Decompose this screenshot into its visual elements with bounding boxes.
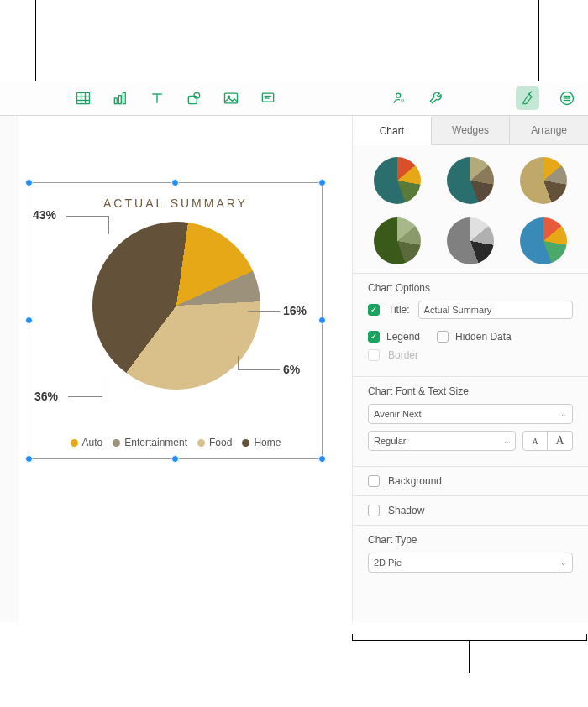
title-checkbox[interactable] (368, 304, 380, 316)
resize-handle[interactable] (171, 179, 179, 186)
shadow-checkbox[interactable] (368, 505, 380, 516)
text-icon[interactable] (148, 89, 166, 107)
svg-rect-6 (118, 96, 121, 104)
resize-handle[interactable] (25, 455, 33, 463)
chart-selection[interactable]: ACTUAL SUMMARY 43% 16% 6% 36% Auto (29, 182, 323, 459)
border-checkbox (368, 349, 380, 361)
resize-handle[interactable] (318, 455, 326, 463)
chart-style-thumb[interactable] (447, 217, 494, 264)
legend-item-home: Home (242, 437, 281, 448)
svg-rect-5 (114, 98, 117, 104)
chart-type-section: Chart Type 2D Pie⌄ (353, 525, 588, 581)
background-label: Background (388, 475, 442, 487)
background-section: Background (353, 466, 588, 495)
svg-point-17 (396, 93, 401, 97)
resize-handle[interactable] (171, 455, 179, 463)
app-window: ACTUAL SUMMARY 43% 16% 6% 36% Auto (0, 81, 588, 622)
font-smaller-button[interactable]: A (522, 431, 548, 451)
legend-label: Legend (386, 331, 420, 343)
resize-handle[interactable] (25, 317, 33, 324)
chart-style-thumb[interactable] (520, 157, 567, 204)
shadow-label: Shadow (388, 505, 424, 516)
chart-style-thumb[interactable] (374, 157, 421, 204)
format-icon[interactable] (516, 86, 539, 110)
shape-icon[interactable] (185, 89, 203, 107)
more-icon[interactable] (558, 89, 576, 107)
chart-style-thumb[interactable] (447, 157, 494, 204)
bar-chart-icon[interactable] (111, 89, 129, 107)
canvas[interactable]: ACTUAL SUMMARY 43% 16% 6% 36% Auto (0, 116, 353, 622)
sidebar-tabs: Chart Wedges Arrange (353, 116, 588, 145)
svg-rect-7 (123, 92, 125, 103)
wrench-icon[interactable] (427, 89, 445, 107)
legend-item-food: Food (197, 437, 232, 448)
section-heading: Chart Options (368, 282, 573, 294)
section-heading: Chart Font & Text Size (368, 385, 573, 397)
toolbar (0, 81, 588, 116)
resize-handle[interactable] (318, 317, 326, 324)
pie-graphic (81, 211, 271, 401)
data-label-auto: 16% (283, 304, 307, 317)
pie-chart: ACTUAL SUMMARY 43% 16% 6% 36% Auto (29, 183, 322, 458)
data-label-food: 36% (34, 390, 58, 403)
chevron-down-icon: ⌄ (503, 437, 510, 445)
table-icon[interactable] (74, 89, 92, 107)
chart-title: ACTUAL SUMMARY (29, 196, 322, 210)
resize-handle[interactable] (318, 179, 326, 186)
font-larger-button[interactable]: A (548, 431, 573, 451)
background-checkbox[interactable] (368, 475, 380, 487)
chart-legend: Auto Entertainment Food Home (29, 437, 322, 448)
doc-edge (0, 116, 18, 622)
shadow-section: Shadow (353, 495, 588, 525)
svg-rect-12 (225, 93, 238, 103)
title-input[interactable] (418, 301, 573, 319)
section-heading: Chart Type (368, 534, 573, 546)
chart-style-thumb[interactable] (520, 217, 567, 264)
chart-style-thumb[interactable] (374, 217, 421, 264)
image-icon[interactable] (222, 89, 240, 107)
chevron-down-icon: ⌄ (560, 558, 567, 567)
data-label-home: 43% (33, 208, 56, 222)
resize-handle[interactable] (25, 179, 33, 186)
hidden-data-checkbox[interactable] (437, 331, 449, 343)
collaborate-icon[interactable] (390, 89, 408, 107)
data-label-ent: 6% (283, 363, 300, 376)
tab-chart[interactable]: Chart (353, 117, 432, 145)
legend-item-auto: Auto (71, 437, 103, 448)
format-sidebar: Chart Wedges Arrange Chart Options Title… (353, 116, 588, 622)
legend-checkbox[interactable] (368, 331, 380, 343)
chart-options-section: Chart Options Title: Legend Hidden Data (353, 273, 588, 376)
chevron-down-icon: ⌄ (560, 410, 567, 418)
comment-icon[interactable] (259, 89, 277, 107)
tab-arrange[interactable]: Arrange (510, 116, 588, 144)
hidden-data-label: Hidden Data (455, 331, 512, 343)
font-weight-select[interactable]: Regular⌄ (368, 431, 516, 451)
chart-type-select[interactable]: 2D Pie⌄ (368, 553, 573, 573)
legend-item-ent: Entertainment (113, 437, 187, 448)
svg-rect-0 (77, 92, 90, 103)
border-label: Border (388, 349, 418, 361)
title-label: Title: (388, 304, 410, 316)
font-section: Chart Font & Text Size Avenir Next⌄ Regu… (353, 376, 588, 466)
svg-rect-14 (262, 93, 273, 102)
tab-wedges[interactable]: Wedges (432, 116, 511, 144)
chart-styles-grid (353, 145, 588, 273)
font-family-select[interactable]: Avenir Next⌄ (368, 404, 573, 424)
